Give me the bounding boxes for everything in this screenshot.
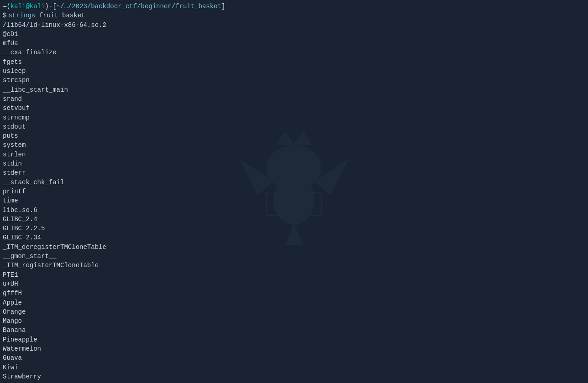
prompt-line: — ( kali@kali )-[ ~/…/2023/backdoor_ctf/… [3, 2, 585, 11]
output-line: Orange [3, 307, 585, 316]
output-line: GLIBC_2.34 [3, 233, 585, 242]
output-line: system [3, 140, 585, 150]
output-line: PTE1 [3, 270, 585, 279]
prompt-command-line: $ strings fruit_basket [3, 11, 585, 20]
output-line: __stack_chk_fail [3, 178, 585, 187]
terminal: — ( kali@kali )-[ ~/…/2023/backdoor_ctf/… [0, 0, 588, 383]
output-line: puts [3, 131, 585, 140]
output-line: /lib64/ld-linux-x86-64.so.2 [3, 21, 585, 30]
output-line: Strawberry [3, 372, 585, 381]
output-line: Peach [3, 381, 585, 383]
output-line: strlen [3, 150, 585, 159]
prompt-path: ~/…/2023/backdoor_ctf/beginner/fruit_bas… [57, 2, 221, 11]
output-line: time [3, 196, 585, 205]
prompt-dash: — [3, 2, 6, 11]
output-line: stdout [3, 122, 585, 131]
output-line: stdin [3, 159, 585, 168]
output-line: __gmon_start__ [3, 252, 585, 261]
output-line: libc.so.6 [3, 206, 585, 215]
prompt-paren-close: )-[ [45, 2, 56, 11]
output-line: u+UH [3, 279, 585, 289]
output-line: Kiwi [3, 363, 585, 372]
prompt-user-host: kali@kali [10, 2, 45, 11]
output-line: @cD1 [3, 30, 585, 39]
output-line: setvbuf [3, 104, 585, 113]
output-line: printf [3, 187, 585, 196]
output-line: fgets [3, 57, 585, 67]
output-line: Banana [3, 326, 585, 335]
output-line: Pineapple [3, 335, 585, 344]
output-line: _ITM_registerTMCloneTable [3, 261, 585, 270]
output-line: __libc_start_main [3, 85, 585, 94]
output-line: gfffH [3, 289, 585, 298]
prompt-command-arg: fruit_basket [39, 11, 85, 20]
prompt-command-keyword: strings [8, 11, 35, 20]
output-line: srand [3, 94, 585, 104]
prompt-bracket-open: ( [6, 2, 10, 11]
output-line: strncmp [3, 113, 585, 122]
output-line: strcspn [3, 76, 585, 85]
output-line: GLIBC_2.2.5 [3, 224, 585, 233]
output-line: usleep [3, 67, 585, 76]
output-line: stderr [3, 168, 585, 177]
output-line: _ITM_deregisterTMCloneTable [3, 243, 585, 252]
prompt-dollar: $ [3, 11, 6, 20]
output-line: Watermelon [3, 344, 585, 353]
output-line: Apple [3, 298, 585, 307]
output-line: mfUa [3, 39, 585, 48]
output-line: Guava [3, 353, 585, 362]
output-line: __cxa_finalize [3, 48, 585, 57]
output-line: GLIBC_2.4 [3, 215, 585, 224]
prompt-bracket-close: ] [221, 2, 225, 11]
output-container: /lib64/ld-linux-x86-64.so.2@cD1mfUa__cxa… [3, 21, 585, 383]
output-line: Mango [3, 316, 585, 326]
